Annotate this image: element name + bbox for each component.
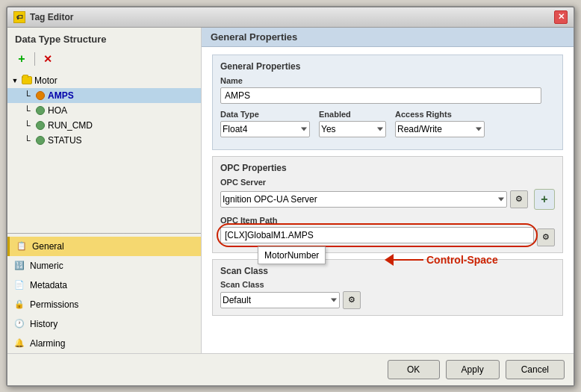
- tag-icon-amps: [34, 90, 46, 102]
- cancel-button[interactable]: Cancel: [506, 360, 565, 379]
- access-rights-select-wrapper: Read/Write Read Only Write Only: [395, 121, 485, 137]
- nav-item-numeric[interactable]: 🔢 Numeric: [7, 256, 201, 276]
- opc-path-label: OPC Item Path: [220, 216, 555, 225]
- bottom-bar: OK Apply Cancel: [7, 353, 574, 385]
- title-bar-left: 🏷 Tag Editor: [13, 11, 73, 23]
- main-section-title: General Properties: [202, 28, 574, 47]
- opc-section-title: OPC Properties: [220, 163, 555, 173]
- enabled-select[interactable]: Yes No: [319, 121, 386, 137]
- tag-editor-window: 🏷 Tag Editor ✕ Data Type Structure + ✕ ▼: [6, 6, 575, 387]
- content-area: Data Type Structure + ✕ ▼ Motor: [7, 28, 574, 353]
- delete-button[interactable]: ✕: [40, 51, 56, 67]
- opc-add-button[interactable]: +: [534, 189, 555, 210]
- enabled-group: Enabled Yes No: [319, 110, 386, 137]
- opc-path-input[interactable]: [220, 227, 534, 243]
- tree-label-amps: AMPS: [48, 90, 74, 101]
- nav-item-general[interactable]: 📋 General: [7, 237, 201, 256]
- nav-item-alarming[interactable]: 🔔 Alarming: [7, 334, 201, 353]
- tree-item-run-cmd[interactable]: └ RUN_CMD: [7, 118, 201, 133]
- right-panel: General Properties General Properties Na…: [202, 28, 574, 353]
- callout-text: Control-Space: [426, 254, 498, 266]
- title-bar: 🏷 Tag Editor ✕: [7, 7, 574, 28]
- apply-button[interactable]: Apply: [446, 360, 500, 379]
- nav-items: 📋 General 🔢 Numeric 📄 Metadata 🔒 Permiss…: [7, 237, 201, 353]
- access-rights-select[interactable]: Read/Write Read Only Write Only: [395, 121, 485, 137]
- nav-item-history[interactable]: 🕐 History: [7, 314, 201, 334]
- access-rights-group: Access Rights Read/Write Read Only Write…: [395, 110, 485, 137]
- tree-label-motor: Motor: [34, 75, 58, 86]
- opc-server-browse-button[interactable]: ⚙: [510, 190, 528, 208]
- ok-button[interactable]: OK: [388, 360, 440, 379]
- scan-section-title: Scan Class: [220, 266, 555, 276]
- data-type-label: Data Type: [220, 110, 310, 119]
- tree-item-status[interactable]: └ STATUS: [7, 133, 201, 148]
- autocomplete-dropdown[interactable]: MotorNumber: [258, 246, 326, 264]
- nav-label-metadata: Metadata: [30, 280, 67, 290]
- folder-icon: [21, 75, 33, 87]
- tag-icon-hoa: [34, 105, 46, 116]
- nav-item-permissions[interactable]: 🔒 Permissions: [7, 295, 201, 314]
- opc-path-input-container: MotorNumber: [220, 227, 534, 243]
- tree-item-hoa[interactable]: └ HOA: [7, 103, 201, 118]
- callout-container: Control-Space: [385, 254, 498, 266]
- scan-section: Scan Class Scan Class Default Slow Fast: [212, 259, 563, 316]
- scan-class-label: Scan Class: [220, 280, 555, 289]
- scan-class-select-wrapper: Default Slow Fast: [220, 292, 340, 308]
- scan-class-group: Scan Class Default Slow Fast ⚙: [220, 280, 555, 309]
- opc-path-row: MotorNumber ⚙ Control-Space: [220, 227, 555, 246]
- numeric-icon: 🔢: [13, 260, 25, 272]
- add-button[interactable]: +: [13, 51, 30, 67]
- general-icon: 📋: [16, 240, 28, 252]
- toolbar-separator: [34, 52, 35, 66]
- history-icon: 🕐: [13, 318, 25, 330]
- arrow-head-icon: [385, 254, 394, 266]
- general-sub-title: General Properties: [220, 61, 555, 72]
- tag-icon-status: [34, 134, 46, 146]
- tree-label-hoa: HOA: [48, 105, 67, 116]
- name-label: Name: [220, 76, 555, 85]
- opc-server-select-wrapper: Ignition OPC-UA Server: [220, 191, 507, 208]
- enabled-label: Enabled: [319, 110, 386, 119]
- tree-item-amps[interactable]: └ AMPS: [7, 88, 201, 103]
- type-row: Data Type Float4 Integer Boolean String: [220, 110, 555, 137]
- tag-icon-run-cmd: [34, 119, 46, 131]
- access-rights-label: Access Rights: [395, 110, 485, 119]
- connector: └: [24, 135, 33, 146]
- toolbar: + ✕: [7, 48, 201, 70]
- opc-path-browse-button[interactable]: ⚙: [537, 228, 555, 246]
- nav-label-general: General: [32, 241, 64, 252]
- alarming-icon: 🔔: [13, 337, 25, 349]
- window-title: Tag Editor: [30, 12, 73, 22]
- window-icon: 🏷: [13, 11, 25, 23]
- tree-item-motor[interactable]: ▼ Motor: [7, 73, 201, 88]
- arrow-line: [394, 259, 423, 261]
- divider: [7, 233, 201, 234]
- name-input[interactable]: [220, 87, 541, 104]
- nav-label-history: History: [30, 319, 58, 329]
- data-type-select-wrapper: Float4 Integer Boolean String: [220, 121, 310, 137]
- data-type-group: Data Type Float4 Integer Boolean String: [220, 110, 310, 137]
- connector: └: [24, 120, 33, 131]
- scan-class-browse-button[interactable]: ⚙: [343, 291, 361, 309]
- tree-label-status: STATUS: [48, 135, 82, 146]
- tree-label-run-cmd: RUN_CMD: [48, 120, 93, 131]
- opc-server-group: OPC Server Ignition OPC-UA Server ⚙ +: [220, 178, 555, 210]
- connector: └: [24, 105, 33, 116]
- metadata-icon: 📄: [13, 279, 25, 291]
- opc-server-label: OPC Server: [220, 178, 555, 187]
- opc-server-row: Ignition OPC-UA Server ⚙ +: [220, 189, 555, 210]
- opc-server-select[interactable]: Ignition OPC-UA Server: [220, 191, 507, 208]
- left-panel: Data Type Structure + ✕ ▼ Motor: [7, 28, 202, 353]
- form-area: General Properties Name Data Type Float4: [202, 47, 574, 353]
- autocomplete-option: MotorNumber: [264, 250, 319, 261]
- nav-item-metadata[interactable]: 📄 Metadata: [7, 276, 201, 295]
- tree-area: ▼ Motor └ AMPS: [7, 70, 201, 230]
- scan-row: Default Slow Fast ⚙: [220, 291, 555, 309]
- nav-label-permissions: Permissions: [30, 299, 78, 310]
- permissions-icon: 🔒: [13, 299, 25, 311]
- data-type-select[interactable]: Float4 Integer Boolean String: [220, 121, 310, 137]
- close-button[interactable]: ✕: [554, 10, 568, 24]
- left-panel-header: Data Type Structure: [7, 28, 201, 48]
- nav-label-alarming: Alarming: [30, 338, 65, 349]
- scan-class-select[interactable]: Default Slow Fast: [220, 292, 340, 308]
